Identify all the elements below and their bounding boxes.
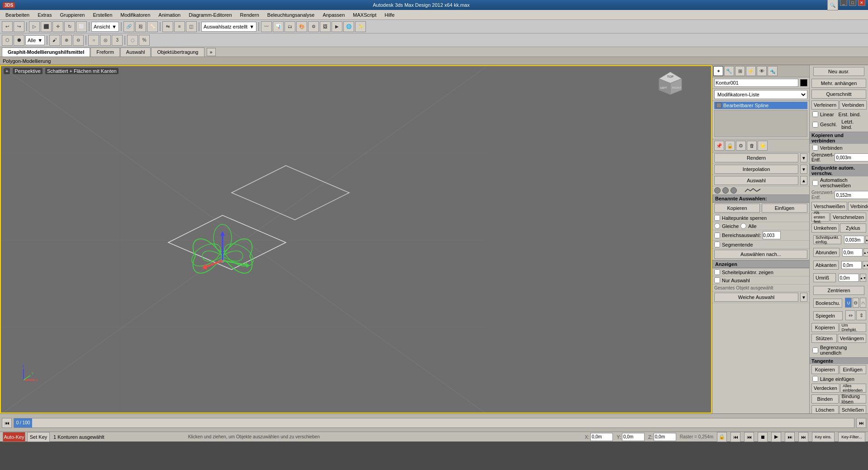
- render-btn[interactable]: ▶: [332, 21, 342, 32]
- percent-btn[interactable]: %: [139, 35, 150, 46]
- mirror-btn[interactable]: ⇆: [162, 21, 173, 32]
- setkey-btn[interactable]: Set Key: [27, 432, 50, 442]
- sel-dot-1[interactable]: [714, 187, 721, 194]
- abkanten-btn[interactable]: Abkanten: [813, 261, 839, 270]
- x-coord-input[interactable]: [590, 433, 613, 441]
- verdecken-btn[interactable]: Verdecken: [811, 384, 840, 393]
- grenzwert-input2[interactable]: [835, 191, 868, 199]
- select-btn[interactable]: ▷: [29, 21, 40, 32]
- select-region-btn[interactable]: ⬛: [41, 21, 52, 32]
- bereichsauswahl-checkbox[interactable]: [714, 233, 720, 238]
- schnittpo-btn[interactable]: Schnittpunkt. einfüg.: [813, 235, 841, 244]
- lock-coords-btn[interactable]: 🔒: [717, 432, 727, 442]
- linear-checkbox[interactable]: [812, 111, 818, 117]
- begrenzung-checkbox[interactable]: [812, 347, 818, 353]
- sel-invert-btn[interactable]: ⬢: [14, 35, 24, 46]
- um-dreht-btn[interactable]: Um Drehpkt.: [840, 323, 867, 332]
- modifier-checkbox[interactable]: [716, 103, 721, 108]
- abkanten-spin[interactable]: ▲▼: [863, 261, 868, 269]
- ring-btn[interactable]: ◎: [100, 35, 111, 46]
- booleschu-sub-icon[interactable]: ⊖: [853, 298, 859, 308]
- laenge-checkbox[interactable]: [812, 376, 818, 382]
- undo-button[interactable]: ↩: [2, 21, 13, 32]
- scale-btn[interactable]: ⬜: [76, 21, 87, 32]
- align-btn[interactable]: ≡: [174, 21, 185, 32]
- menu-maxscript[interactable]: MAXScript: [349, 11, 380, 19]
- schnittpo-input[interactable]: [844, 236, 864, 244]
- tab-freform[interactable]: Freform: [90, 47, 120, 57]
- link-btn[interactable]: 🔗: [123, 21, 134, 32]
- hierarchy-icon[interactable]: ⊞: [735, 66, 745, 76]
- tab-objektuebertragung[interactable]: Objektübertragung: [151, 47, 204, 57]
- maximize-button[interactable]: □: [849, 0, 856, 6]
- minimize-button[interactable]: _: [840, 0, 847, 6]
- abrunden-input[interactable]: [842, 248, 863, 256]
- trash-icon[interactable]: 🗑: [747, 141, 757, 151]
- menu-diagramm[interactable]: Diagramm-Editoren: [185, 11, 235, 19]
- stutzen-btn[interactable]: Stützen: [811, 334, 837, 343]
- weiche-btn[interactable]: Weiche Auswahl: [714, 293, 798, 302]
- verbinden3-btn[interactable]: Verbinden: [848, 202, 868, 211]
- lock-icon[interactable]: 🔒: [725, 141, 735, 151]
- curve-btn[interactable]: 〰: [261, 21, 272, 32]
- tabs-more-button[interactable]: »: [207, 48, 216, 56]
- loeschen-btn[interactable]: Löschen: [811, 405, 839, 413]
- schnittpo-spin[interactable]: ▲▼: [865, 236, 868, 244]
- als-ersten-btn[interactable]: Als ersten fest.: [811, 213, 830, 222]
- binden-btn[interactable]: Binden: [811, 394, 839, 404]
- zentrieren-btn[interactable]: Zentrieren: [813, 286, 864, 295]
- zyklus-btn[interactable]: Zyklus: [840, 223, 866, 233]
- create-icon[interactable]: ✦: [713, 66, 723, 76]
- segmentende-checkbox[interactable]: [714, 242, 720, 247]
- effects-btn[interactable]: ✨: [355, 21, 366, 32]
- modifier-list-dropdown[interactable]: Modifikatoren-Liste: [714, 90, 807, 99]
- render-btn-panel[interactable]: Rendern: [714, 153, 798, 162]
- schliessen-btn[interactable]: Schließen: [840, 405, 867, 413]
- auswahl-dropdown[interactable]: Auswahlsatz erstellt ▼: [201, 22, 256, 32]
- einfuegen-auswahl-btn[interactable]: Einfügen: [762, 204, 807, 213]
- menu-rendern[interactable]: Rendern: [237, 11, 263, 19]
- bone-btn[interactable]: 🦴: [147, 21, 158, 32]
- close-button[interactable]: ✕: [858, 0, 865, 6]
- interpolation-btn[interactable]: Interpolation: [714, 165, 798, 174]
- display-icon[interactable]: 👁: [757, 66, 767, 76]
- modify-icon[interactable]: 🔧: [724, 66, 734, 76]
- automatisch-checkbox[interactable]: [812, 180, 818, 186]
- config-icon[interactable]: ⚙: [736, 141, 746, 151]
- auswahl-btn[interactable]: Auswahl: [714, 176, 798, 185]
- menu-modifikatoren[interactable]: Modifikatoren: [117, 11, 154, 19]
- view-dropdown[interactable]: Ansicht ▼: [91, 22, 119, 32]
- timeline-end-btn[interactable]: ⏭: [856, 418, 866, 428]
- umriss-btn[interactable]: Umriß: [813, 273, 836, 282]
- gleiche-radio[interactable]: [714, 223, 720, 229]
- alle-dropdown[interactable]: Alle ▼: [25, 35, 45, 45]
- sel-dot-3[interactable]: [730, 187, 737, 194]
- loop-btn[interactable]: ○: [88, 35, 99, 46]
- verbinden2-checkbox[interactable]: [812, 145, 818, 151]
- menu-erstellen[interactable]: Erstellen: [89, 11, 116, 19]
- rotate-btn[interactable]: ↻: [64, 21, 75, 32]
- layer-btn[interactable]: ◫: [186, 21, 197, 32]
- verbinden-btn[interactable]: Verbinden: [840, 100, 867, 109]
- tab-auswahl[interactable]: Auswahl: [120, 47, 151, 57]
- render-expand-btn[interactable]: ▼: [800, 153, 807, 162]
- highlight-icon[interactable]: ⭐: [758, 141, 768, 151]
- utility-icon[interactable]: 🔩: [768, 66, 778, 76]
- play-end-btn[interactable]: ⏭: [798, 432, 808, 442]
- verfeinern-btn[interactable]: Verfeinern: [811, 100, 839, 109]
- abkanten-input[interactable]: [841, 261, 862, 269]
- modifier-bearbeitbarer-spline[interactable]: Bearbeitbarer Spline: [714, 102, 807, 109]
- unlink-btn[interactable]: ⛓: [135, 21, 146, 32]
- booleschu-btn[interactable]: Booleschu.: [813, 299, 842, 308]
- spiegeln-h-icon[interactable]: ⇔: [845, 310, 855, 320]
- kopieren-auswahl-btn[interactable]: Kopieren: [714, 204, 760, 213]
- render-frame-btn[interactable]: 🖼: [320, 21, 331, 32]
- viewport[interactable]: + Perspektive Schattiert + Flächen mit K…: [0, 65, 712, 413]
- object-color-picker[interactable]: [800, 79, 807, 86]
- grow-btn[interactable]: ⊕: [61, 35, 72, 46]
- menu-hilfe[interactable]: Hilfe: [381, 11, 398, 19]
- 3-btn[interactable]: 3: [112, 35, 123, 46]
- pin-stack-icon[interactable]: 📌: [714, 141, 724, 151]
- timeline-track[interactable]: 0 / 100: [14, 418, 854, 428]
- search-icon[interactable]: 🔍: [827, 0, 838, 10]
